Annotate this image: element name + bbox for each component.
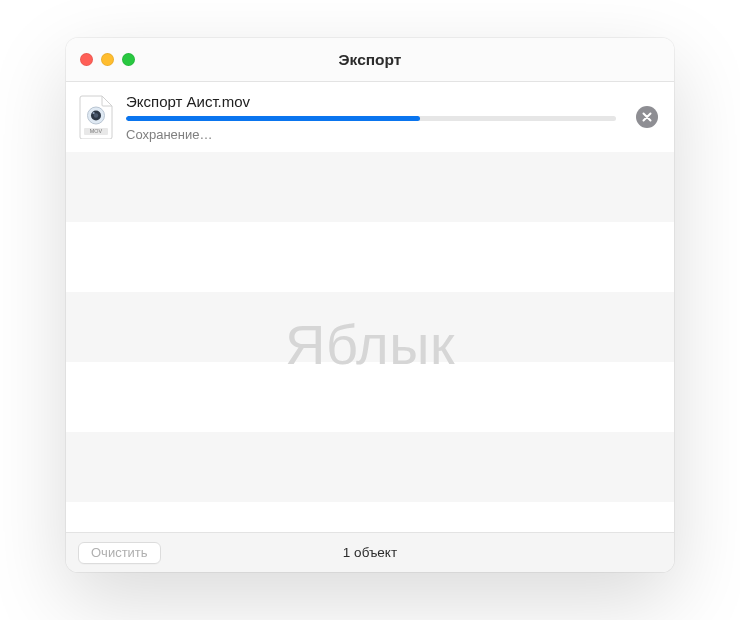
export-filename: Экспорт Аист.mov xyxy=(126,93,616,110)
movie-file-icon: MOV xyxy=(78,95,114,139)
list-item: MOV Экспорт Аист.mov Сохранение… xyxy=(66,82,674,152)
svg-point-3 xyxy=(93,112,95,114)
minimize-window-button[interactable] xyxy=(101,53,114,66)
zoom-window-button[interactable] xyxy=(122,53,135,66)
export-progress-track xyxy=(126,116,616,121)
export-progress-fill xyxy=(126,116,420,121)
export-window: Экспорт MOV xyxy=(66,38,674,572)
footer: Очистить 1 объект xyxy=(66,532,674,572)
list-stripe xyxy=(66,152,674,222)
list-item-body: Экспорт Аист.mov Сохранение… xyxy=(126,93,624,142)
export-status: Сохранение… xyxy=(126,127,616,142)
list-stripe xyxy=(66,292,674,362)
svg-point-2 xyxy=(94,113,98,117)
export-list: MOV Экспорт Аист.mov Сохранение… xyxy=(66,82,674,532)
list-stripe xyxy=(66,432,674,502)
item-count: 1 объект xyxy=(273,545,468,560)
list-stripe xyxy=(66,502,674,532)
list-stripe xyxy=(66,222,674,292)
window-title: Экспорт xyxy=(170,51,570,69)
cancel-export-button[interactable] xyxy=(636,106,658,128)
close-icon xyxy=(642,112,652,122)
traffic-lights xyxy=(80,53,170,66)
list-stripe xyxy=(66,362,674,432)
titlebar: Экспорт xyxy=(66,38,674,82)
clear-button[interactable]: Очистить xyxy=(78,542,161,564)
close-window-button[interactable] xyxy=(80,53,93,66)
filetype-label: MOV xyxy=(90,128,103,134)
